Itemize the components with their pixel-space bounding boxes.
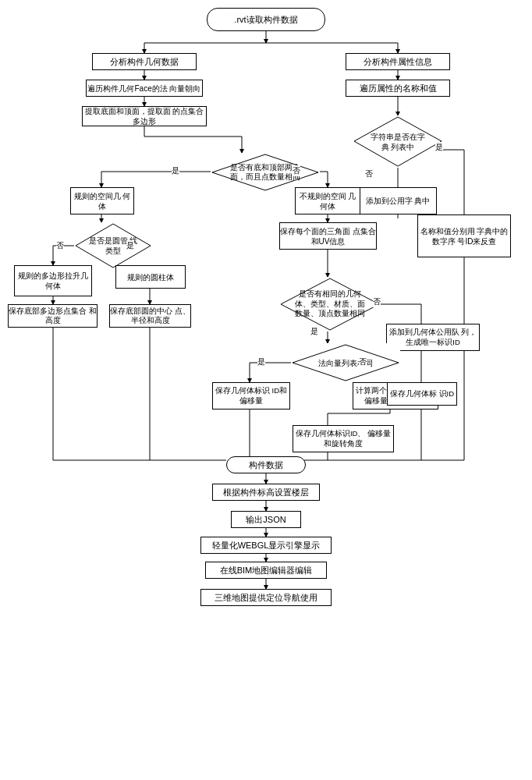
online-bim-node: 在线BIM地图编辑器编辑 [205,562,327,579]
no-label-check-string: 否 [365,168,373,179]
set-floor-node: 根据构件标高设置楼层 [212,484,320,501]
irregular-solid-node: 不规则的空间 几何体 [295,187,360,214]
traverse-attr-node: 遍历属性的名称和值 [346,80,450,97]
analyze-attr-node: 分析构件属性信息 [346,53,450,70]
diamond-normal-list: 法向量列表相同 [291,343,400,382]
extract-face-node: 提取底面和顶面，提取面 的点集合多边形 [82,106,207,126]
diamond-cylinder: 是否是圆管 线类型 [74,222,152,269]
no-label-cylinder: 否 [56,240,64,251]
name-value-lookup-node: 名称和值分别用 字典中的数字序 号ID来反查 [417,214,511,257]
save-poly-pts-node: 保存底部多边形点集合 和高度 [8,304,98,328]
add-to-dict-node: 添加到公用字 典中 [359,187,437,214]
regular-cylinder-node: 规则的圆柱体 [115,265,186,289]
regular-poly-node: 规则的多边形拉升几 何体 [14,265,92,296]
no-label-normal-list: 否 [359,356,367,367]
analyze-geo-node: 分析构件几何数据 [92,53,197,70]
save-geo-id-offset-node: 保存几何体标识 ID和偏移量 [212,382,290,410]
yes-label-normal-list: 是 [257,356,265,367]
svg-marker-60 [264,39,268,44]
save-geo-id-offset-angle-node: 保存几何体标识ID、 偏移量和旋转角度 [293,425,394,452]
output-json-node: 输出JSON [231,511,301,528]
map-3d-node: 三维地图提供定位导航使用 [200,589,332,606]
yes-label-cylinder: 是 [126,240,134,251]
no-label-two-faces: 否 [293,165,300,176]
regular-solid-node: 规则的空间几 何体 [70,187,134,214]
save-cylinder-pts-node: 保存底部圆的中心 点、半径和高度 [109,304,191,328]
webgl-node: 轻量化WEBGL显示引擎显示 [200,537,332,554]
component-data-node: 构件数据 [226,456,306,473]
yes-label-check-string: 是 [435,142,443,153]
diamond-two-faces: 是否有底和顶部两个 面，而且点数量相同 [211,153,320,192]
add-to-geo-queue-node: 添加到几何体公用队 列，生成唯一标识ID [386,324,480,351]
save-geo-id-standalone-node: 保存几何体标 识ID [387,382,457,406]
yes-label-two-faces: 是 [172,165,179,176]
diamond-same-geo: 是否有相同的几何 体、类型、材质、面 数量、顶点数量相同 [279,277,381,332]
flowchart: .rvt读取构件数据 分析构件几何数据 分析构件属性信息 遍历构件几何Face的… [0,0,532,780]
no-label-same-geo: 否 [373,296,381,307]
save-tri-node: 保存每个面的三角面 点集合和UV信息 [279,222,377,250]
start-node: .rvt读取构件数据 [207,8,325,31]
traverse-face-node: 遍历构件几何Face的法 向量朝向 [86,80,203,97]
yes-label-same-geo: 是 [310,326,318,337]
check-string-diamond: 字符串是否在字典 列表中 [353,115,443,168]
